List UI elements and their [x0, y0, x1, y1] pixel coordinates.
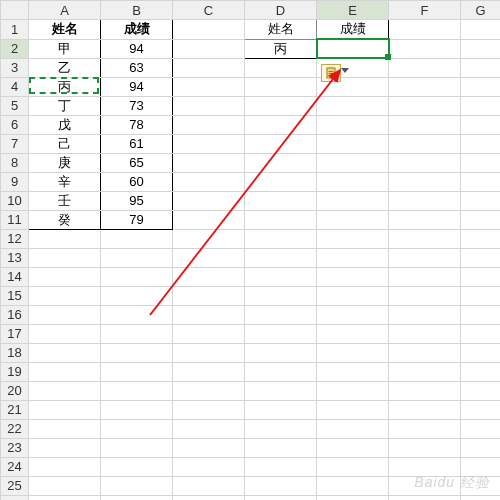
cell-E12[interactable] — [317, 229, 389, 248]
cell-G18[interactable] — [461, 343, 501, 362]
cell-D12[interactable] — [245, 229, 317, 248]
cell-D26[interactable] — [245, 495, 317, 500]
cell-E25[interactable] — [317, 476, 389, 495]
cell-A11[interactable]: 癸 — [29, 210, 101, 229]
cell-F2[interactable] — [389, 39, 461, 58]
cell-C17[interactable] — [173, 324, 245, 343]
cell-F7[interactable] — [389, 134, 461, 153]
cell-B15[interactable] — [101, 286, 173, 305]
cell-F19[interactable] — [389, 362, 461, 381]
cell-F3[interactable] — [389, 58, 461, 77]
cell-C23[interactable] — [173, 438, 245, 457]
cell-A7[interactable]: 己 — [29, 134, 101, 153]
cell-E1[interactable]: 成绩 — [317, 20, 389, 40]
cell-G25[interactable] — [461, 476, 501, 495]
cell-A14[interactable] — [29, 267, 101, 286]
row-header-22[interactable]: 22 — [1, 419, 29, 438]
cell-G26[interactable] — [461, 495, 501, 500]
row-header-21[interactable]: 21 — [1, 400, 29, 419]
cell-G12[interactable] — [461, 229, 501, 248]
cell-C21[interactable] — [173, 400, 245, 419]
cell-G5[interactable] — [461, 96, 501, 115]
cell-D24[interactable] — [245, 457, 317, 476]
row-header-23[interactable]: 23 — [1, 438, 29, 457]
cell-A13[interactable] — [29, 248, 101, 267]
spreadsheet-grid[interactable]: A B C D E F G 1 姓名 成绩 姓名 成绩 2 甲 94 丙 3 乙… — [0, 0, 500, 500]
cell-F9[interactable] — [389, 172, 461, 191]
cell-F10[interactable] — [389, 191, 461, 210]
cell-D2[interactable]: 丙 — [245, 39, 317, 58]
cell-B9[interactable]: 60 — [101, 172, 173, 191]
cell-D7[interactable] — [245, 134, 317, 153]
cell-A5[interactable]: 丁 — [29, 96, 101, 115]
cell-B17[interactable] — [101, 324, 173, 343]
cell-A3[interactable]: 乙 — [29, 58, 101, 77]
row-header-15[interactable]: 15 — [1, 286, 29, 305]
col-header-A[interactable]: A — [29, 1, 101, 20]
cell-E6[interactable] — [317, 115, 389, 134]
col-header-D[interactable]: D — [245, 1, 317, 20]
paste-options-button[interactable] — [321, 64, 341, 82]
row-header-24[interactable]: 24 — [1, 457, 29, 476]
cell-A4[interactable]: 丙 — [29, 77, 101, 96]
cell-B11[interactable]: 79 — [101, 210, 173, 229]
cell-G2[interactable] — [461, 39, 501, 58]
row-header-9[interactable]: 9 — [1, 172, 29, 191]
row-header-19[interactable]: 19 — [1, 362, 29, 381]
row-header-17[interactable]: 17 — [1, 324, 29, 343]
cell-A23[interactable] — [29, 438, 101, 457]
cell-F5[interactable] — [389, 96, 461, 115]
row-header-18[interactable]: 18 — [1, 343, 29, 362]
cell-G16[interactable] — [461, 305, 501, 324]
row-header-25[interactable]: 25 — [1, 476, 29, 495]
cell-B13[interactable] — [101, 248, 173, 267]
cell-B19[interactable] — [101, 362, 173, 381]
cell-E24[interactable] — [317, 457, 389, 476]
row-header-26[interactable]: 26 — [1, 495, 29, 500]
cell-C12[interactable] — [173, 229, 245, 248]
row-header-20[interactable]: 20 — [1, 381, 29, 400]
cell-C14[interactable] — [173, 267, 245, 286]
cell-F8[interactable] — [389, 153, 461, 172]
cell-D4[interactable] — [245, 77, 317, 96]
cell-E16[interactable] — [317, 305, 389, 324]
cell-A19[interactable] — [29, 362, 101, 381]
cell-C13[interactable] — [173, 248, 245, 267]
cell-G1[interactable] — [461, 20, 501, 40]
row-header-1[interactable]: 1 — [1, 20, 29, 40]
cell-A2[interactable]: 甲 — [29, 39, 101, 58]
cell-G13[interactable] — [461, 248, 501, 267]
cell-A22[interactable] — [29, 419, 101, 438]
cell-G19[interactable] — [461, 362, 501, 381]
cell-E15[interactable] — [317, 286, 389, 305]
cell-C7[interactable] — [173, 134, 245, 153]
cell-B14[interactable] — [101, 267, 173, 286]
cell-D5[interactable] — [245, 96, 317, 115]
col-header-F[interactable]: F — [389, 1, 461, 20]
row-header-7[interactable]: 7 — [1, 134, 29, 153]
cell-F1[interactable] — [389, 20, 461, 40]
cell-A10[interactable]: 壬 — [29, 191, 101, 210]
cell-C3[interactable] — [173, 58, 245, 77]
cell-B4[interactable]: 94 — [101, 77, 173, 96]
row-header-16[interactable]: 16 — [1, 305, 29, 324]
cell-E14[interactable] — [317, 267, 389, 286]
cell-E11[interactable] — [317, 210, 389, 229]
cell-D16[interactable] — [245, 305, 317, 324]
cell-F17[interactable] — [389, 324, 461, 343]
cell-A1[interactable]: 姓名 — [29, 20, 101, 40]
cell-F11[interactable] — [389, 210, 461, 229]
cell-F12[interactable] — [389, 229, 461, 248]
cell-E13[interactable] — [317, 248, 389, 267]
cell-G24[interactable] — [461, 457, 501, 476]
cell-E21[interactable] — [317, 400, 389, 419]
cell-E20[interactable] — [317, 381, 389, 400]
cell-A26[interactable] — [29, 495, 101, 500]
row-header-10[interactable]: 10 — [1, 191, 29, 210]
cell-A8[interactable]: 庚 — [29, 153, 101, 172]
cell-F20[interactable] — [389, 381, 461, 400]
cell-C1[interactable] — [173, 20, 245, 40]
cell-D20[interactable] — [245, 381, 317, 400]
cell-G9[interactable] — [461, 172, 501, 191]
cell-F24[interactable] — [389, 457, 461, 476]
